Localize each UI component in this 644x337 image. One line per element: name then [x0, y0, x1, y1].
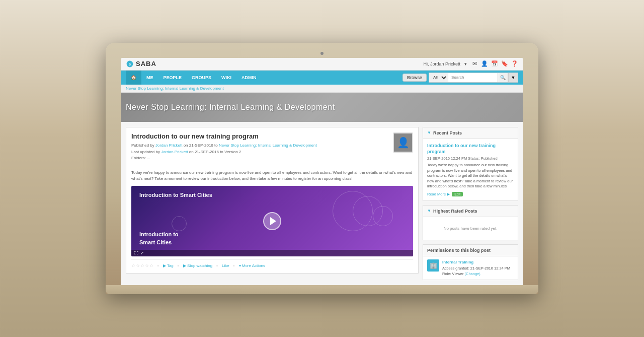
deco-circle-4: [172, 216, 187, 231]
play-icon: [270, 217, 276, 225]
article-title: Introduction to our new training program: [131, 132, 393, 140]
expand-icon[interactable]: ⛶: [134, 251, 138, 255]
nav-item-groups[interactable]: GROUPS: [187, 71, 216, 85]
article-footer: ☆ ☆ ☆ ☆ ☆ ▪ ▶ Tag ▪ ▶ Stop watching ▪ Li…: [131, 259, 413, 268]
camera-dot: [320, 52, 324, 55]
video-title-line2: Smart Cities: [139, 239, 179, 246]
recent-posts-content: Introduction to our new training program…: [423, 139, 518, 200]
video-title-overlay: Introduction to Smart Cities: [139, 231, 179, 246]
calendar-icon[interactable]: 📅: [491, 60, 498, 68]
separator-4: ▪: [233, 263, 235, 268]
no-posts-text: No posts have been rated yet.: [427, 221, 514, 236]
permission-icon: 🏢: [427, 259, 439, 272]
article-area: Introduction to our new training program…: [126, 127, 419, 274]
svg-text:S: S: [129, 62, 131, 66]
highest-rated-label: Highest Rated Posts: [433, 209, 477, 214]
nav-item-admin[interactable]: ADMIN: [236, 71, 262, 85]
avatar: 👤: [393, 132, 413, 153]
post-date: 21-SEP-2016 12:24 PM: [427, 156, 467, 161]
video-title-line1: Introduction to: [139, 231, 179, 238]
search-input[interactable]: [448, 73, 498, 83]
last-updated-date: on 21-SEP-2016 to Version 2: [189, 150, 242, 154]
last-updated-label: Last updated by: [131, 150, 160, 154]
folders-label: Folders: ...: [131, 156, 150, 160]
separator-1: ▪: [157, 263, 159, 268]
laptop-screen: S SABA Hi, Jordan Prickett ▾ ✉ 👤 📅 🔖 ❓: [121, 58, 523, 285]
blog-link[interactable]: Never Stop Learning: Internal Learning &…: [219, 143, 317, 148]
main-layout: Introduction to our new training program…: [121, 122, 523, 285]
stop-watching-link[interactable]: ▶ Stop watching: [183, 263, 212, 268]
read-more-area: Read More ▶ Edit: [427, 192, 514, 196]
recent-post-body: Today we're happy to announce our new tr…: [427, 163, 514, 189]
recent-posts-label: Recent Posts: [433, 130, 462, 136]
like-link[interactable]: Like: [222, 263, 229, 268]
highest-rated-content: No posts have been rated yet.: [423, 217, 518, 240]
nav-item-wiki[interactable]: WIKI: [216, 71, 236, 85]
nav-item-me[interactable]: ME: [141, 71, 158, 85]
last-author-link[interactable]: Jordan Prickett: [161, 150, 188, 154]
nav-left: 🏠 ME PEOPLE GROUPS WIKI ADMIN: [126, 71, 262, 85]
hero-section: Never Stop Learning: Internal Learning &…: [121, 93, 523, 122]
highest-rated-section: ▼ Highest Rated Posts No posts have been…: [423, 205, 518, 240]
avatar-icon: 👤: [397, 137, 410, 149]
recent-posts-triangle: ▼: [427, 130, 431, 135]
more-actions-link[interactable]: ▾ More Actions: [239, 263, 265, 268]
recent-post-title[interactable]: Introduction to our new training program: [427, 143, 514, 155]
envelope-icon[interactable]: ✉: [471, 60, 478, 68]
author-link[interactable]: Jordan Prickett: [155, 143, 182, 148]
recent-posts-section: ▼ Recent Posts Introduction to our new t…: [423, 127, 518, 201]
help-icon[interactable]: ❓: [511, 60, 518, 68]
highest-rated-header: ▼ Highest Rated Posts: [423, 206, 518, 217]
user-icon[interactable]: 👤: [481, 60, 488, 68]
access-granted: Access granted: 21-SEP-2016 12:24 PM: [442, 265, 510, 271]
recent-posts-header: ▼ Recent Posts: [423, 127, 518, 139]
deco-circle-3: [333, 191, 373, 231]
permissions-section: Permissions to this blog post 🏢 Internal…: [423, 244, 518, 281]
nav-right: Browse All 🔍 ▼: [403, 73, 518, 83]
hero-title: Never Stop Learning: Internal Learning &…: [126, 103, 518, 112]
screen-content: S SABA Hi, Jordan Prickett ▾ ✉ 👤 📅 🔖 ❓: [121, 58, 523, 285]
star-5[interactable]: ☆: [149, 263, 153, 268]
recent-post-meta: 21-SEP-2016 12:24 PM Status: Published: [427, 156, 514, 161]
video-controls: ⛶ ⤢: [131, 250, 413, 256]
star-2[interactable]: ☆: [136, 263, 140, 268]
permission-name[interactable]: Internal Training: [442, 259, 510, 265]
logo-text: SABA: [136, 60, 156, 68]
star-1[interactable]: ☆: [131, 263, 135, 268]
nav-item-people[interactable]: PEOPLE: [158, 71, 187, 85]
star-rating[interactable]: ☆ ☆ ☆ ☆ ☆: [131, 263, 153, 268]
play-button[interactable]: [263, 212, 281, 230]
navbar: 🏠 ME PEOPLE GROUPS WIKI ADMIN Browse All…: [121, 71, 523, 85]
published-by-label: Published by: [131, 143, 154, 148]
bookmark-icon[interactable]: 🔖: [501, 60, 508, 68]
article-meta: Published by Jordan Prickett on 21-SEP-2…: [131, 143, 393, 162]
laptop-container: S SABA Hi, Jordan Prickett ▾ ✉ 👤 📅 🔖 ❓: [106, 43, 538, 294]
star-4[interactable]: ☆: [145, 263, 149, 268]
star-3[interactable]: ☆: [140, 263, 144, 268]
video-container[interactable]: Introduction to Smart Cities Introductio…: [131, 186, 413, 256]
nav-item-home[interactable]: 🏠: [126, 71, 141, 85]
highest-rated-triangle: ▼: [427, 209, 431, 213]
article-body: Today we're happy to announce our new tr…: [131, 170, 413, 182]
sidebar: ▼ Recent Posts Introduction to our new t…: [423, 127, 518, 280]
status-label: Status:: [468, 156, 479, 161]
status-value: Published: [481, 156, 498, 161]
dropdown-arrow-icon: ▾: [464, 61, 467, 66]
separator-3: ▪: [216, 263, 218, 268]
separator-2: ▪: [178, 263, 179, 268]
deco-circle-2: [373, 206, 393, 226]
search-type-select[interactable]: All: [429, 73, 448, 83]
browse-button[interactable]: Browse: [403, 74, 427, 82]
article-header: Introduction to our new training program…: [131, 132, 413, 166]
laptop-base: [106, 285, 538, 294]
search-button[interactable]: 🔍: [498, 73, 508, 83]
filter-button[interactable]: ▼: [508, 73, 518, 83]
read-more-link[interactable]: Read More ▶: [427, 192, 450, 196]
tag-link[interactable]: ▶ Tag: [163, 263, 174, 268]
search-container: All 🔍 ▼: [429, 73, 518, 83]
breadcrumb-link[interactable]: Never Stop Learning: Internal Learning &…: [126, 86, 224, 91]
change-link[interactable]: (Change): [464, 272, 480, 276]
fullscreen-icon[interactable]: ⤢: [140, 251, 144, 255]
role-label: Role: Viewer: [442, 272, 463, 276]
edit-badge[interactable]: Edit: [452, 192, 463, 196]
